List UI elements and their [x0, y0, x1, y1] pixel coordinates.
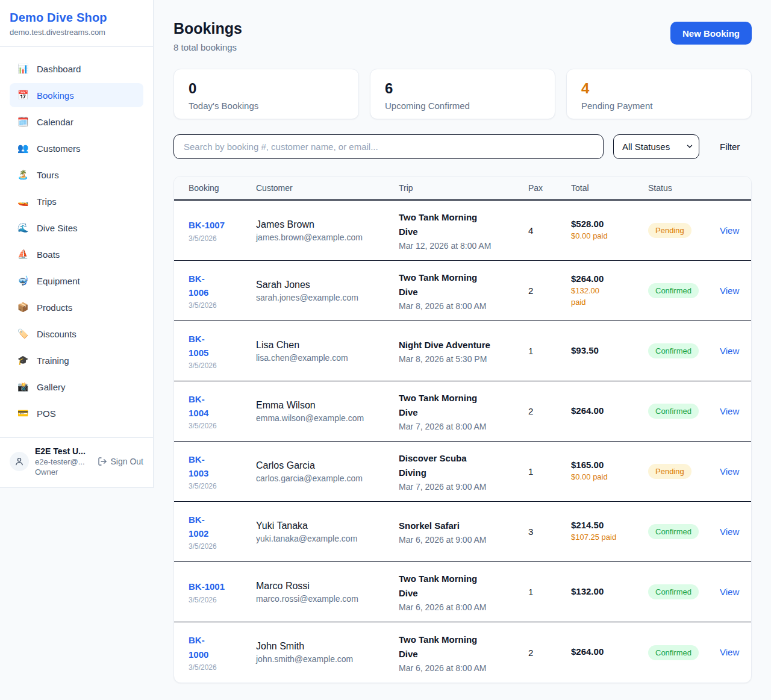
trip-date: Mar 12, 2026 at 8:00 AM — [399, 241, 522, 251]
user-email: e2e-tester@... — [35, 457, 92, 466]
total-amount: $528.00 — [571, 219, 642, 229]
booking-id-link[interactable]: BK- 1005 — [189, 332, 208, 360]
table-row: BK-10073/5/2026 James Brownjames.brown@e… — [174, 201, 751, 261]
total-amount: $264.00 — [571, 646, 642, 657]
column-header-pax: Pax — [528, 183, 571, 193]
total-amount: $264.00 — [571, 273, 642, 284]
stats-cards: 0 Today's Bookings 6 Upcoming Confirmed … — [173, 69, 752, 119]
search-input[interactable] — [173, 134, 604, 159]
sidebar-item-bookings[interactable]: 📅Bookings — [10, 83, 143, 107]
sidebar-item-dashboard[interactable]: 📊Dashboard — [10, 57, 143, 81]
stat-value: 4 — [581, 81, 737, 96]
sidebar-item-pos[interactable]: 💳POS — [10, 401, 143, 425]
new-booking-button[interactable]: New Booking — [670, 22, 752, 45]
booking-id-link[interactable]: BK- 1000 — [189, 633, 208, 661]
booking-id-link[interactable]: BK- 1003 — [189, 452, 208, 481]
sidebar-item-calendar[interactable]: 🗓️Calendar — [10, 110, 143, 134]
customer-name: Lisa Chen — [256, 340, 393, 351]
booking-date: 3/5/2026 — [189, 542, 250, 551]
booking-id-link[interactable]: BK-1001 — [189, 580, 225, 593]
status-badge: Pending — [648, 464, 691, 479]
sidebar-item-label: Trips — [37, 196, 57, 207]
paid-amount: $0.00 paid — [571, 231, 622, 242]
view-link[interactable]: View — [720, 346, 739, 356]
sidebar-item-boats[interactable]: ⛵Boats — [10, 242, 143, 266]
sign-out-button[interactable]: Sign Out — [98, 457, 143, 466]
customer-name: Sarah Jones — [256, 280, 393, 290]
paid-amount: $0.00 paid — [571, 472, 622, 483]
sidebar-item-label: POS — [37, 408, 56, 419]
sidebar-item-label: Gallery — [37, 382, 66, 392]
stat-label: Pending Payment — [581, 101, 737, 111]
customer-email: yuki.tanaka@example.com — [256, 534, 393, 543]
view-link[interactable]: View — [720, 225, 739, 236]
view-link[interactable]: View — [720, 587, 739, 597]
customer-name: James Brown — [256, 219, 393, 230]
status-select[interactable]: All Statuses — [613, 134, 699, 159]
column-header-status: Status — [648, 183, 720, 193]
paid-amount: $132.00 paid — [571, 286, 622, 308]
calendar-icon: 📅 — [17, 90, 29, 101]
sidebar-item-gallery[interactable]: 📸Gallery — [10, 375, 143, 399]
trip-date: Mar 8, 2026 at 8:00 AM — [399, 301, 522, 311]
view-link[interactable]: View — [720, 406, 739, 416]
column-header-trip: Trip — [399, 183, 528, 193]
user-box: E2E Test U... e2e-tester@... Owner Sign … — [0, 437, 153, 487]
view-link[interactable]: View — [720, 466, 739, 477]
booking-id-link[interactable]: BK- 1004 — [189, 392, 208, 420]
customer-name: Emma Wilson — [256, 400, 393, 411]
customer-email: marco.rossi@example.com — [256, 594, 393, 604]
sidebar-item-trips[interactable]: 🚤Trips — [10, 189, 143, 213]
user-role: Owner — [35, 467, 92, 477]
sidebar-item-label: Calendar — [37, 117, 73, 127]
sidebar-item-label: Dashboard — [37, 64, 81, 74]
status-badge: Confirmed — [648, 404, 699, 419]
status-select-wrap: All Statuses — [613, 134, 699, 159]
view-link[interactable]: View — [720, 647, 739, 657]
booking-id-link[interactable]: BK- 1002 — [189, 513, 208, 541]
pax-count: 4 — [528, 225, 571, 236]
sidebar-item-tours[interactable]: 🏝️Tours — [10, 163, 143, 187]
sidebar-item-training[interactable]: 🎓Training — [10, 348, 143, 372]
sidebar-item-customers[interactable]: 👥Customers — [10, 136, 143, 160]
pax-count: 1 — [528, 587, 571, 597]
page-title-block: Bookings 8 total bookings — [173, 20, 242, 52]
credit-card-icon: 💳 — [17, 408, 29, 419]
view-link[interactable]: View — [720, 286, 739, 296]
stat-card-todays-bookings: 0 Today's Bookings — [173, 69, 359, 119]
sidebar-item-dive-sites[interactable]: 🌊Dive Sites — [10, 216, 143, 240]
logout-icon — [98, 457, 107, 466]
total-amount: $93.50 — [571, 345, 642, 355]
booking-id-link[interactable]: BK-1007 — [189, 218, 225, 232]
sidebar-item-discounts[interactable]: 🏷️Discounts — [10, 322, 143, 346]
trip-name: Two Tank Morning Dive — [399, 572, 522, 601]
table-header: Booking Customer Trip Pax Total Status — [174, 177, 751, 201]
stat-label: Today's Bookings — [189, 101, 344, 111]
sidebar-item-label: Boats — [37, 249, 60, 260]
column-header-booking: Booking — [189, 183, 256, 193]
main-content: Bookings 8 total bookings New Booking 0 … — [154, 0, 771, 700]
bookings-table: Booking Customer Trip Pax Total Status B… — [173, 176, 752, 683]
status-badge: Confirmed — [648, 524, 699, 539]
sidebar-item-label: Tours — [37, 170, 59, 180]
customer-email: sarah.jones@example.com — [256, 293, 393, 302]
spiral-calendar-icon: 🗓️ — [17, 116, 29, 127]
view-link[interactable]: View — [720, 527, 739, 537]
customer-name: Marco Rossi — [256, 581, 393, 592]
trip-name: Two Tank Morning Dive — [399, 633, 522, 661]
customer-email: emma.wilson@example.com — [256, 413, 393, 423]
sidebar-item-equipment[interactable]: 🤿Equipment — [10, 269, 143, 293]
filter-button[interactable]: Filter — [720, 142, 740, 152]
page-title: Bookings — [173, 20, 242, 37]
customer-email: lisa.chen@example.com — [256, 353, 393, 363]
booking-id-link[interactable]: BK- 1006 — [189, 272, 208, 300]
booking-date: 3/5/2026 — [189, 482, 250, 490]
column-header-customer: Customer — [256, 183, 399, 193]
sidebar-item-products[interactable]: 📦Products — [10, 295, 143, 319]
trip-date: Mar 6, 2026 at 8:00 AM — [399, 602, 522, 612]
stat-label: Upcoming Confirmed — [385, 101, 540, 111]
status-badge: Confirmed — [648, 343, 699, 358]
brand-domain: demo.test.divestreams.com — [10, 28, 139, 37]
trip-date: Mar 7, 2026 at 9:00 AM — [399, 482, 522, 492]
customer-email: carlos.garcia@example.com — [256, 473, 393, 483]
